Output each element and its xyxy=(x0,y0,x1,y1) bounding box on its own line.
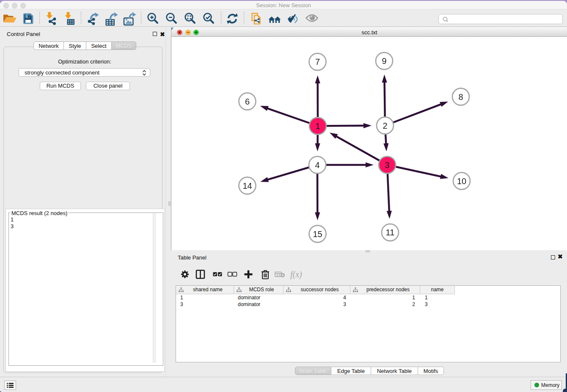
svg-text:f(x): f(x) xyxy=(290,270,302,279)
svg-text:11: 11 xyxy=(386,228,395,237)
svg-text:14: 14 xyxy=(242,181,252,190)
svg-text:15: 15 xyxy=(313,229,322,239)
svg-text:4: 4 xyxy=(315,160,319,170)
svg-text:1: 1 xyxy=(315,121,320,131)
svg-text:8: 8 xyxy=(458,92,463,102)
svg-text:9: 9 xyxy=(382,56,386,66)
svg-text:2: 2 xyxy=(383,121,387,130)
svg-text:6: 6 xyxy=(245,97,250,106)
svg-text:10: 10 xyxy=(457,177,466,186)
svg-text:7: 7 xyxy=(315,57,320,66)
svg-text:3: 3 xyxy=(385,160,389,170)
